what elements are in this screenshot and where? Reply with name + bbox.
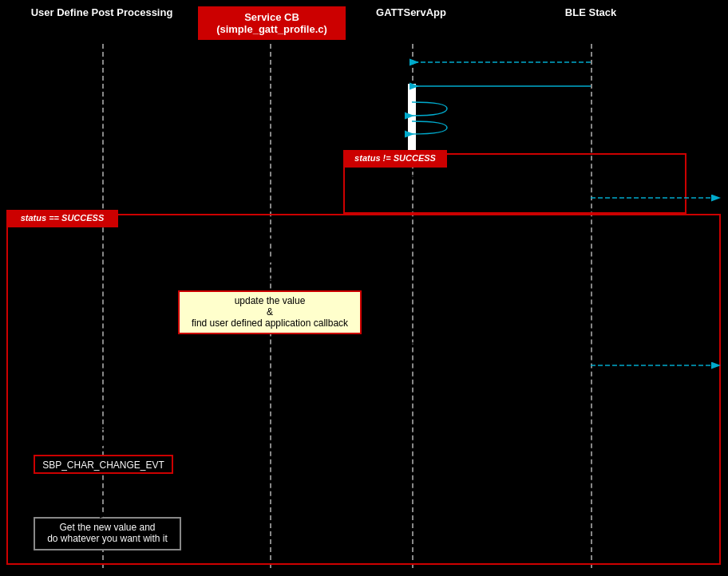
- sbp-evt-label: SBP_CHAR_CHANGE_EVT: [34, 455, 173, 474]
- status-success-label: status == SUCCESS: [6, 210, 118, 227]
- lifeline-header-blestack: BLE Stack: [543, 6, 639, 18]
- label-simpleprofile-writeattrCB: simpleProfile_WriteAttrCB: [275, 251, 385, 262]
- get-value-note: Get the new value anddo whatever you wan…: [34, 517, 181, 550]
- label-att-writersp: ATT_WriteRsp: [433, 333, 495, 345]
- lifeline-header-user: User Define Post Processing: [16, 6, 188, 18]
- servicecb-line2: (simple_gatt_profile.c): [216, 23, 327, 35]
- label-charValueChangeCB: SimpleBLEPeripheral_charValueChangeCB(): [116, 389, 212, 412]
- update-value-note: update the value&find user defined appli…: [178, 290, 362, 334]
- label-att-write-rsp: ATT_Write_RSP: [599, 356, 669, 367]
- label-enqueueMsg: SimpleBLEPeripheral_enqueueMsg(): [116, 418, 212, 440]
- activation-gattapp-1: [407, 83, 417, 155]
- sequence-diagram: User Define Post Processing Service CB (…: [0, 0, 728, 576]
- label-att-errorrsp: ATT_ErrorRsp: [433, 166, 493, 177]
- label-send-error-rsp: Send ATT_ERROR_RSP: [599, 188, 706, 199]
- label-processCharValueChangeEvt: SimpleBLEPeripheral_processCharValueChan…: [116, 483, 247, 506]
- lifeline-header-gattapp: GATTServApp: [355, 6, 467, 18]
- update-value-text: update the value&find user defined appli…: [192, 295, 348, 329]
- frame-status-success: [6, 214, 721, 565]
- servicecb-line1: Service CB: [244, 11, 299, 23]
- label-find-attr-cb: Find Attribute CB: [286, 231, 358, 243]
- get-value-text: Get the new value anddo whatever you wan…: [47, 522, 168, 544]
- lifeline-header-servicecb: Service CB (simple_gatt_profile.c): [198, 6, 346, 40]
- status-fail-label: status != SUCCESS: [343, 150, 447, 168]
